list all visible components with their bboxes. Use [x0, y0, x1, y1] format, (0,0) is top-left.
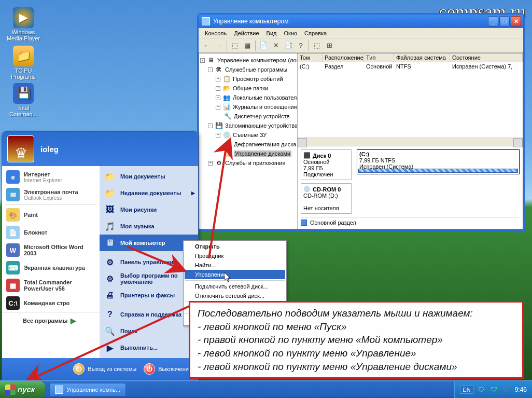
disk-row[interactable]: ⬛Диск 0 Основной 7,99 ГБ Подключен (C:) … [301, 149, 520, 180]
tool-button[interactable]: ⊞ [324, 40, 335, 51]
start-menu-item[interactable]: C:\Командная стро [2, 294, 100, 312]
clock[interactable]: 9:46 [515, 386, 527, 393]
desktop-icon-tcpu[interactable]: 📁 TC PU Programs [5, 46, 41, 80]
all-programs-button[interactable]: Все программы ▶ [2, 312, 100, 329]
close-button[interactable]: ✕ [511, 16, 521, 26]
start-button[interactable]: пуск [0, 381, 45, 399]
all-programs-label: Все программы [23, 318, 67, 324]
desktop-icon-tc[interactable]: 💾 Total Comman... [5, 83, 41, 117]
instruction-title: Последовательно подводим указатель мыши … [198, 307, 515, 320]
tree-item[interactable]: +👥Локальные пользователи [200, 93, 296, 102]
cell: (C:) [298, 63, 323, 70]
tree-item[interactable]: +⚙Службы и приложения [200, 158, 296, 168]
start-menu-item[interactable]: ▦Total Commander PowerUser v56 [2, 277, 100, 294]
start-menu-item[interactable]: 📁Недавние документы▶ [100, 185, 198, 201]
start-menu-item[interactable]: 🖼Мои рисунки [100, 201, 198, 218]
tree-twisty[interactable]: + [216, 95, 220, 100]
tree-item[interactable]: -🖥Управление компьютером (локал [200, 56, 296, 65]
start-menu-item[interactable]: ⌨Экранная клавиатура [2, 259, 100, 277]
tree-item[interactable]: 🔧Диспетчер устройств [200, 112, 296, 121]
start-menu-item[interactable]: WMicrosoft Office Word 2003 [2, 241, 100, 259]
maximize-button[interactable]: □ [499, 16, 510, 26]
tree-item[interactable]: +💿Съемные ЗУ [200, 130, 296, 140]
tray-icon[interactable]: 🛡 [478, 386, 486, 394]
tree-twisty[interactable]: - [200, 58, 205, 63]
forward-button[interactable]: → [213, 40, 225, 51]
properties-button[interactable]: 📄 [258, 40, 269, 51]
tree-twisty[interactable]: + [216, 77, 220, 81]
desktop-icon-label: Total Comman... [9, 105, 37, 117]
desktop-icon-wmp[interactable]: ▶ Windows Media Player [5, 7, 41, 42]
item-title: Командная стро [24, 300, 69, 306]
menu-view[interactable]: Вид [263, 29, 280, 37]
windows-flag-icon [5, 385, 16, 395]
context-menu-item[interactable]: Проводник [185, 251, 285, 260]
help-button[interactable]: ? [295, 40, 306, 51]
start-menu-item[interactable]: 🎵Моя музыка [100, 218, 198, 235]
tree-item[interactable]: +📂Общие папки [200, 84, 296, 93]
column-header[interactable]: Файловая система [394, 53, 450, 62]
menu-help[interactable]: Справка [301, 29, 330, 37]
tree-item[interactable]: +📊Журналы и оповещения пр [200, 102, 296, 112]
tree-twisty[interactable]: + [216, 133, 220, 138]
disk-row[interactable]: 💿CD-ROM 0 CD-ROM (D:) Нет носителя [301, 183, 520, 214]
folder-icon: 📁 [13, 46, 34, 66]
context-menu-item[interactable]: Найти... [185, 260, 285, 270]
tree-twisty[interactable]: + [208, 161, 213, 166]
shutdown-button[interactable]: ⏻Выключение [144, 363, 192, 375]
tray-icon[interactable]: 🛡 [502, 386, 511, 394]
tree-node-icon: 📋 [222, 75, 231, 83]
start-menu-item[interactable]: 🎨Paint [2, 206, 100, 224]
menu-action[interactable]: Действие [231, 29, 262, 37]
computer-management-window: Управление компьютером _ □ ✕ Консоль Дей… [197, 13, 525, 231]
tree-panel[interactable]: -🖥Управление компьютером (локал-🛠Служебн… [199, 53, 298, 229]
start-menu-item[interactable]: ✉Электронная почтаOutlook Express [2, 186, 100, 203]
refresh-button[interactable]: ✕ [270, 40, 282, 51]
export-button[interactable]: 📑 [283, 40, 294, 51]
column-header[interactable]: Расположение [323, 53, 364, 62]
column-header[interactable]: Том [298, 53, 323, 62]
tree-item[interactable]: -🛠Служебные программы [200, 65, 296, 74]
menu-console[interactable]: Консоль [202, 29, 230, 37]
up-button[interactable]: ⬚ [229, 40, 241, 51]
minimize-button[interactable]: _ [488, 16, 498, 26]
tree-item[interactable]: -💾Запоминающие устройства [200, 121, 296, 130]
item-label: Панель управления [120, 259, 177, 265]
context-menu-item[interactable]: Открыть [185, 242, 285, 251]
tree-twisty[interactable]: - [208, 67, 213, 72]
grid-row[interactable]: (C:)РазделОсновнойNTFSИсправен (Система)… [298, 62, 523, 71]
show-hide-button[interactable]: ▦ [242, 40, 253, 51]
taskbar-item-label: Управление компь... [66, 387, 120, 393]
back-button[interactable]: ← [201, 40, 212, 51]
start-menu-item[interactable]: ▶Выполнить... [100, 339, 198, 356]
app-icon: ⌨ [6, 261, 20, 275]
tool-button[interactable]: ⬚ [311, 40, 323, 51]
window-titlebar[interactable]: Управление компьютером _ □ ✕ [199, 15, 523, 28]
logoff-button[interactable]: ⏻Выход из системы [73, 363, 136, 375]
start-menu-item[interactable]: eИнтернетInternet Explorer [2, 168, 100, 186]
instruction-line: - правой кнопкой по пункту меню «Мой ком… [198, 333, 515, 347]
tree-twisty[interactable]: + [216, 105, 220, 109]
volume-bar[interactable]: (C:) 7,99 ГБ NTFS Исправен (Система) [357, 149, 520, 174]
tree-twisty[interactable]: + [216, 86, 220, 91]
tree-node-label: Съемные ЗУ [233, 132, 267, 138]
column-header[interactable]: Состояние [450, 53, 523, 62]
tree-item[interactable]: 🔷Дефрагментация диска [200, 140, 296, 149]
disk-type: CD-ROM (D:) [303, 193, 349, 199]
language-indicator[interactable]: EN [460, 386, 473, 394]
tree-item[interactable]: +📋Просмотр событий [200, 74, 296, 84]
start-menu-item[interactable]: 📄Блокнот [2, 224, 100, 241]
context-menu-item[interactable]: Отключить сетевой диск... [185, 291, 285, 300]
disk-name: Диск 0 [313, 153, 331, 159]
tree-node-icon: 💾 [215, 121, 223, 130]
tree-item[interactable]: 📀Управление дисками [200, 149, 296, 158]
context-menu-item[interactable]: Подключить сетевой диск... [185, 282, 285, 291]
start-menu-item[interactable]: 📁Мои документы [100, 168, 198, 185]
column-header[interactable]: Тип [364, 53, 394, 62]
tree-twisty[interactable]: - [208, 123, 213, 128]
taskbar-item-mmc[interactable]: Управление компь... [49, 383, 126, 396]
context-menu-item[interactable]: Управление [185, 270, 285, 279]
tray-icon[interactable]: 🛡 [490, 386, 498, 394]
menu-window[interactable]: Окно [281, 29, 301, 37]
scrollbar-horizontal[interactable] [298, 138, 523, 146]
